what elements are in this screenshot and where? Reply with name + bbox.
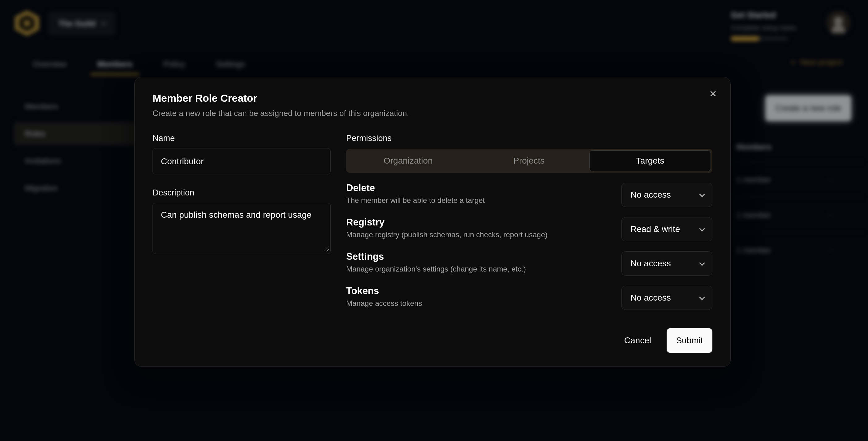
permission-description: Manage access tokens [346, 299, 422, 308]
role-name-input[interactable] [153, 148, 331, 175]
tokens-access-select[interactable]: No access [621, 286, 712, 310]
app-window: The Guild Get Started Complete setup tas… [0, 0, 868, 441]
permission-row-tokens: Tokens Manage access tokens No access [346, 286, 712, 310]
chevron-down-icon [699, 191, 705, 197]
chevron-down-icon [699, 294, 705, 300]
tab-organization[interactable]: Organization [348, 150, 469, 171]
member-role-creator-modal: ✕ Member Role Creator Create a new role … [134, 77, 731, 367]
role-identity-column: Name Description Can publish schemas and… [153, 133, 331, 310]
settings-access-select[interactable]: No access [621, 251, 712, 276]
tab-projects[interactable]: Projects [469, 150, 590, 171]
close-icon[interactable]: ✕ [706, 87, 720, 100]
name-label: Name [153, 133, 331, 144]
permission-title: Delete [346, 183, 485, 193]
cancel-button[interactable]: Cancel [613, 328, 663, 353]
permission-row-settings: Settings Manage organization's settings … [346, 251, 712, 276]
permissions-label: Permissions [346, 133, 712, 144]
tab-targets[interactable]: Targets [589, 150, 711, 171]
permission-row-delete: Delete The member will be able to delete… [346, 183, 712, 207]
permission-title: Tokens [346, 286, 422, 296]
permission-title: Registry [346, 217, 548, 228]
description-label: Description [153, 187, 331, 198]
chevron-down-icon [699, 260, 705, 266]
permission-row-registry: Registry Manage registry (publish schema… [346, 217, 712, 241]
permission-title: Settings [346, 251, 526, 262]
role-description-textarea[interactable]: Can publish schemas and report usage [153, 203, 331, 254]
permission-description: Manage registry (publish schemas, run ch… [346, 230, 548, 239]
permission-description: Manage organization's settings (change i… [346, 265, 526, 273]
modal-subtitle: Create a new role that can be assigned t… [153, 108, 712, 118]
modal-title: Member Role Creator [153, 92, 712, 104]
permissions-column: Permissions Organization Projects Target… [346, 133, 712, 310]
permission-description: The member will be able to delete a targ… [346, 196, 485, 205]
submit-button[interactable]: Submit [666, 328, 712, 353]
chevron-down-icon [699, 226, 705, 231]
registry-access-select[interactable]: Read & write [621, 217, 712, 241]
delete-access-select[interactable]: No access [621, 183, 712, 207]
permission-scope-tabs: Organization Projects Targets [346, 149, 712, 173]
